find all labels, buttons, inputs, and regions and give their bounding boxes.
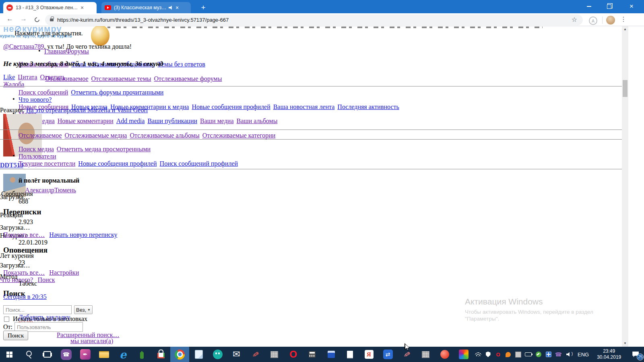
search-submit-button[interactable]: Поиск (3, 331, 28, 340)
link[interactable]: Ваша новостная лента (273, 103, 335, 110)
blue-app-icon[interactable] (543, 347, 553, 362)
mail-icon[interactable] (227, 347, 246, 362)
restore-button[interactable] (600, 0, 618, 13)
link[interactable]: Текущие посетители (19, 160, 75, 167)
tab-close-icon[interactable]: × (80, 5, 84, 10)
link[interactable]: Отслеживаемые темы (91, 75, 151, 82)
divider (0, 169, 622, 169)
show-all-link[interactable]: Показать все… (3, 231, 45, 238)
address-bar[interactable]: https://ne-kurim.ru/forum/threads/13_3-o… (45, 14, 583, 25)
task-view-icon[interactable] (38, 347, 57, 362)
scrollbar-thumb[interactable] (623, 80, 627, 97)
action-center[interactable]: 25 (625, 347, 644, 362)
save-icon[interactable] (322, 347, 341, 362)
clock[interactable]: 23:49 30.04.2019 (597, 348, 621, 360)
link[interactable]: Add media (116, 117, 145, 124)
minimize-button[interactable] (580, 0, 598, 13)
link[interactable]: Отслеживаемые категории (202, 132, 276, 139)
scroll-up-icon[interactable]: ▲ (622, 26, 628, 33)
reload-icon[interactable] (34, 16, 41, 23)
tab-forum[interactable]: 13 - #13_3 Отважные ленивцы × (3, 2, 97, 13)
link[interactable]: Отметить медиа просмотренными (57, 146, 151, 152)
notes-icon[interactable] (189, 347, 208, 362)
viber-icon[interactable] (57, 347, 76, 362)
new-tab-button[interactable]: + (198, 2, 208, 13)
browser-toolbar: ← → https://ne-kurim.ru/forum/threads/13… (0, 13, 644, 26)
volume-icon[interactable] (564, 347, 574, 362)
yandex-icon[interactable] (359, 347, 378, 362)
link[interactable]: Главная (44, 48, 66, 55)
vertical-scrollbar[interactable]: ▲ ▼ (622, 26, 628, 347)
start-icon[interactable] (0, 347, 19, 362)
link[interactable]: Новые сообщения профилей (192, 103, 270, 110)
pencil-icon[interactable] (246, 347, 265, 362)
reactions-link[interactable]: На это отреагировали Marzella и Vasili G… (26, 107, 148, 113)
extension-a-icon[interactable] (589, 16, 597, 25)
link[interactable]: Новые сообщения профилей (78, 160, 157, 167)
power-icon[interactable] (523, 347, 533, 362)
reactions-word: Реакции (0, 212, 23, 219)
opera-tray-icon[interactable] (493, 347, 503, 362)
link[interactable]: Отметить форумы прочитанными (71, 89, 163, 96)
menu-dots-icon[interactable]: ⋮ (620, 15, 627, 23)
viber-tray-icon[interactable] (553, 347, 564, 362)
close-button[interactable]: × (622, 0, 641, 13)
link[interactable]: Форумы (66, 48, 89, 55)
link[interactable]: Последняя активность (337, 103, 399, 110)
expand-hint[interactable]: Нажмите для раскрытия. (14, 30, 83, 37)
charmap-icon[interactable] (265, 347, 284, 362)
stylus-icon[interactable] (397, 347, 416, 362)
forward-icon[interactable]: → (20, 15, 27, 23)
link[interactable]: Отслеживаемые медиа (65, 132, 127, 139)
link[interactable]: Поиск сообщений профилей (160, 160, 238, 167)
watermark-line1: Чтобы активировать Windows, перейдите в … (465, 309, 593, 315)
defender-icon[interactable] (483, 347, 493, 362)
edge-icon[interactable] (114, 347, 132, 362)
charmap2-icon[interactable] (416, 347, 435, 362)
link[interactable]: Цитата (18, 74, 37, 80)
scroll-down-icon[interactable]: ▼ (622, 340, 628, 347)
link[interactable]: Поиск сообщений (19, 89, 68, 96)
document-icon[interactable] (341, 347, 359, 362)
link[interactable]: Ваши альбомы (237, 117, 278, 124)
chrome-icon[interactable] (170, 347, 189, 362)
titles-only-checkbox[interactable] (4, 317, 9, 322)
back-icon[interactable]: ← (6, 15, 13, 23)
quill-icon[interactable] (76, 347, 95, 362)
photos-icon[interactable] (454, 347, 473, 362)
link[interactable]: Отслеживаемые альбомы (130, 132, 199, 139)
opera-icon[interactable] (284, 347, 303, 362)
window-icon[interactable] (513, 347, 523, 362)
link[interactable]: Ваши публикации (147, 117, 197, 124)
green-bottle-icon[interactable] (132, 347, 151, 362)
search-icon[interactable] (19, 347, 38, 362)
bookmark-star-icon[interactable]: ☆ (572, 16, 577, 23)
explorer-icon[interactable] (95, 347, 114, 362)
calculator-icon[interactable] (303, 347, 322, 362)
link[interactable]: Темы без ответов (158, 61, 205, 68)
search-scope-select[interactable]: Вез,▼ (74, 305, 93, 314)
green-phone-icon[interactable] (533, 347, 543, 362)
flame-icon[interactable] (435, 347, 454, 362)
settings-link[interactable]: Настройки (49, 269, 79, 276)
language-indicator[interactable]: ENG (578, 352, 589, 358)
link[interactable]: Поиск медиа (19, 146, 54, 152)
profile-avatar[interactable] (606, 16, 615, 25)
store-icon[interactable] (151, 347, 170, 362)
wifi-icon[interactable] (473, 347, 483, 362)
link[interactable]: Новые комментарии (58, 117, 114, 124)
link[interactable]: Like (3, 74, 15, 80)
teal-app-icon[interactable] (208, 347, 227, 362)
fox-icon[interactable] (503, 347, 513, 362)
new-conversation-link[interactable]: Начать новую переписку (49, 231, 117, 238)
link[interactable]: Ответить (40, 74, 66, 80)
tab-youtube[interactable]: (3) Классическая музыка - L × (101, 2, 191, 13)
teamviewer-icon[interactable] (378, 347, 397, 362)
search-link[interactable]: Поиск (37, 276, 55, 283)
link[interactable]: Отслеживаемые форумы (154, 75, 222, 82)
tab-close-icon[interactable]: × (175, 5, 179, 10)
link[interactable]: Ваши медиа (200, 117, 233, 124)
url-text[interactable]: https://ne-kurim.ru/forum/threads/13_3-o… (57, 17, 229, 23)
link[interactable]: Отслеживаемое (19, 132, 62, 139)
search-input[interactable] (3, 305, 72, 314)
